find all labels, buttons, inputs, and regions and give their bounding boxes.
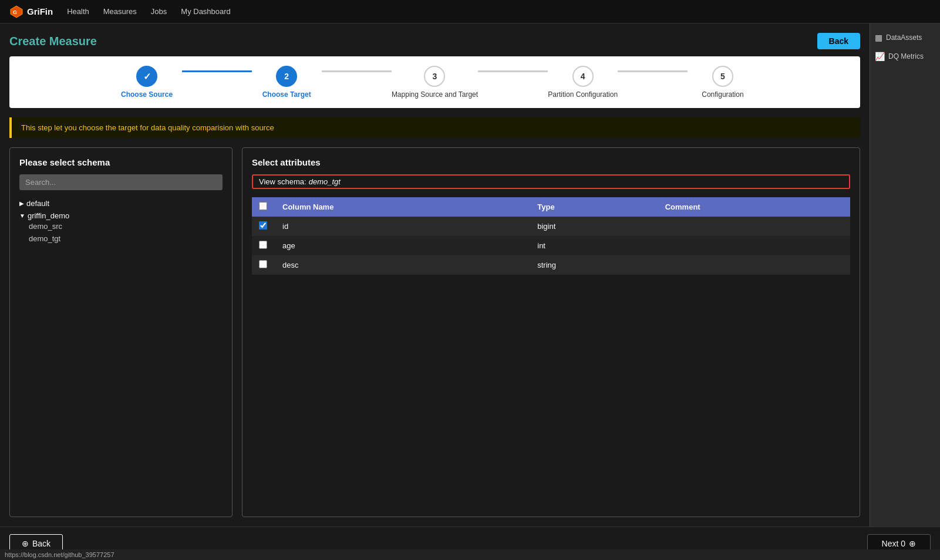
nav-dashboard[interactable]: My Dashboard [181,7,231,16]
content-area: Create Measure Back ✓ Choose Source 2 [0,23,870,527]
row-comment [658,255,850,275]
step-5-number: 5 [720,72,725,81]
step-4: 4 Partition Configuration [548,66,618,99]
col-header-checkbox [252,197,275,217]
row-type: bigint [530,217,658,236]
col-header-type: Type [530,197,658,217]
step-3-label: Mapping Source and Target [392,90,478,99]
row-comment [658,236,850,255]
step-2: 2 Choose Target [252,66,322,99]
left-panel-title: Please select schema [19,157,223,167]
step-4-number: 4 [581,72,585,81]
step-4-label: Partition Configuration [548,90,618,99]
col-header-comment: Comment [658,197,850,217]
griffin-logo-icon: G [9,5,23,19]
row-type: int [530,236,658,255]
step-5: 5 Configuration [688,66,757,99]
arrow-griffin-demo: ▼ [19,212,25,219]
right-sidebar: ▦ DataAssets 📈 DQ Metrics [870,23,940,527]
nav-jobs[interactable]: Jobs [151,7,167,16]
back-button-top[interactable]: Back [817,33,860,49]
step-connector-4-5 [618,70,688,72]
step-1: ✓ Choose Source [112,66,182,99]
page-header: Create Measure Back [9,33,860,49]
step-3-circle: 3 [424,66,445,87]
step-connector-1-2 [182,70,252,72]
schema-search-input[interactable] [19,174,223,190]
back-btn-icon: ⊕ [22,539,29,548]
table-body: id bigint age int desc string [252,217,850,275]
dq-metrics-icon: 📈 [875,52,885,61]
step-3-number: 3 [433,72,437,81]
row-checkbox-cell[interactable] [252,217,275,236]
tree-children-griffin-demo: demo_src demo_tgt [19,220,223,245]
info-banner-text: This step let you choose the target for … [21,123,274,132]
right-panel-title: Select attributes [252,157,850,167]
info-banner: This step let you choose the target for … [9,117,860,138]
node-griffin-demo-label: griffin_demo [28,211,69,220]
table-row: desc string [252,255,850,275]
row-column-name: desc [275,255,530,275]
svg-text:G: G [13,9,17,15]
page-title: Create Measure [9,35,97,48]
node-default-label: default [26,199,49,208]
step-5-circle: 5 [712,66,733,87]
step-3: 3 Mapping Source and Target [392,66,478,99]
left-panel: Please select schema ▶ default ▼ [9,147,233,517]
step-2-circle: 2 [276,66,297,87]
arrow-default: ▶ [19,200,24,207]
schema-tree: ▶ default ▼ griffin_demo demo_src demo_t… [19,197,223,247]
row-checkbox-cell[interactable] [252,236,275,255]
sidebar-item-dq-metrics[interactable]: 📈 DQ Metrics [875,52,935,61]
row-comment [658,217,850,236]
nav-health[interactable]: Health [67,7,89,16]
step-4-circle: 4 [572,66,594,87]
col-header-column-name: Column Name [275,197,530,217]
tree-node-default[interactable]: ▶ default [19,197,223,210]
attributes-table: Column Name Type Comment id bigint ag [252,197,850,275]
row-type: string [530,255,658,275]
step-1-check: ✓ [143,71,151,82]
url-text: https://blog.csdn.net/github_39577257 [5,551,114,558]
step-connector-2-3 [322,70,392,72]
nav-menu: Health Measures Jobs My Dashboard [67,7,231,16]
select-all-checkbox[interactable] [259,202,267,210]
data-assets-icon: ▦ [875,33,882,42]
step-1-label: Choose Source [121,90,173,99]
dq-metrics-label: DQ Metrics [888,52,924,60]
row-checkbox-1[interactable] [259,241,267,249]
row-checkbox-2[interactable] [259,260,267,268]
row-checkbox-0[interactable] [259,221,267,230]
tree-leaf-demo-src[interactable]: demo_src [29,220,223,232]
row-column-name: age [275,236,530,255]
row-checkbox-cell[interactable] [252,255,275,275]
next-btn-icon: ⊕ [909,539,916,548]
view-schema-value: demo_tgt [309,177,341,186]
table-row: id bigint [252,217,850,236]
view-schema-label-text: View schema: [259,177,306,186]
step-1-circle: ✓ [136,66,157,87]
back-btn-label: Back [32,539,50,548]
step-2-label: Choose Target [262,90,311,99]
logo: G GriFin [9,5,53,19]
tree-leaf-demo-tgt[interactable]: demo_tgt [29,232,223,245]
next-btn-label: Next 0 [882,539,905,548]
stepper: ✓ Choose Source 2 Choose Target 3 [112,66,758,99]
stepper-container: ✓ Choose Source 2 Choose Target 3 [9,56,860,108]
nav-measures[interactable]: Measures [103,7,137,16]
top-navigation: G GriFin Health Measures Jobs My Dashboa… [0,0,940,23]
row-column-name: id [275,217,530,236]
main-layout: Create Measure Back ✓ Choose Source 2 [0,23,940,527]
sidebar-item-data-assets[interactable]: ▦ DataAssets [875,33,935,42]
table-header-row: Column Name Type Comment [252,197,850,217]
tree-node-griffin-demo[interactable]: ▼ griffin_demo demo_src demo_tgt [19,210,223,247]
view-schema-badge: View schema: demo_tgt [252,174,850,189]
table-row: age int [252,236,850,255]
logo-text: GriFin [27,6,53,16]
step-5-label: Configuration [702,90,743,99]
data-assets-label: DataAssets [886,33,922,42]
panels: Please select schema ▶ default ▼ [9,147,860,517]
step-connector-3-4 [478,70,548,72]
right-panel: Select attributes View schema: demo_tgt … [242,147,860,517]
url-bar: https://blog.csdn.net/github_39577257 [0,549,940,560]
